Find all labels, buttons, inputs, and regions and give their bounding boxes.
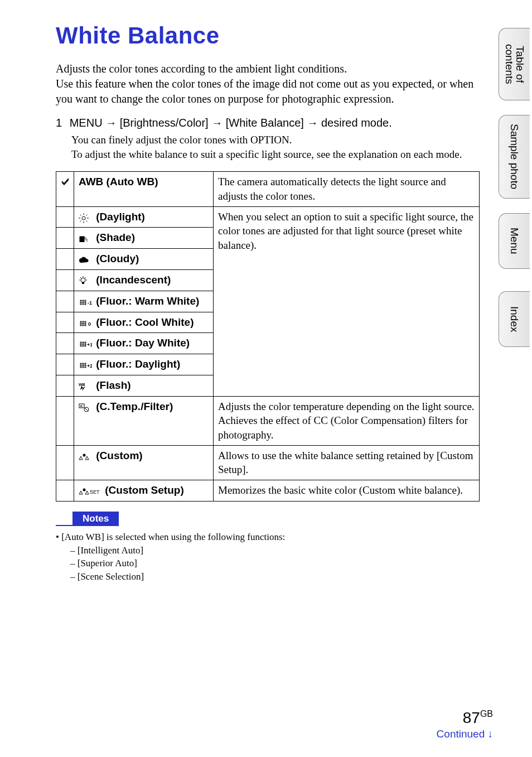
mode-fluor-daylight: +2 (Fluor.: Daylight) (74, 354, 214, 375)
svg-line-6 (86, 220, 88, 221)
check-icon (56, 172, 74, 206)
mode-label: (Incandescent) (96, 274, 171, 286)
svg-marker-54 (79, 491, 83, 494)
check-cell (56, 445, 74, 480)
step-menu: MENU (70, 117, 103, 129)
tab-index[interactable]: Index (499, 291, 530, 347)
check-cell (56, 249, 74, 270)
step-subtext: You can finely adjust the color tones wi… (71, 133, 480, 161)
continued-link[interactable]: Continued ↓ (437, 728, 493, 740)
tab-label: Sample photo (509, 124, 520, 189)
check-cell (56, 354, 74, 375)
mode-custom-setup: SET (Custom Setup) (74, 480, 214, 501)
table-row: (Custom) Allows to use the white balance… (56, 445, 480, 480)
custom-setup-icon: SET (79, 484, 101, 498)
mode-label: (Flash) (96, 379, 130, 391)
desc-ctemp: Adjusts the color temperature depending … (214, 396, 480, 445)
cloud-icon (79, 252, 92, 267)
tab-label: Table of (514, 46, 526, 83)
svg-text:WB: WB (79, 383, 85, 387)
mode-daylight: (Daylight) (74, 206, 214, 228)
mode-ctemp-filter: K (C.Temp./Filter) (74, 396, 214, 445)
desc-custom: Allows to use the white balance setting … (214, 445, 480, 480)
mode-label: (Fluor.: Warm White) (96, 295, 199, 307)
svg-rect-12 (82, 282, 84, 284)
bulb-icon (79, 273, 92, 288)
check-cell (56, 291, 74, 312)
step-path-1: [Brightness/Color] (120, 117, 209, 129)
svg-text:K: K (80, 404, 83, 408)
tab-label: contents (504, 44, 515, 84)
notes-item: [Scene Selection] (70, 570, 480, 584)
table-row: (Daylight) When you select an option to … (56, 206, 480, 228)
check-cell (56, 375, 74, 396)
check-cell (56, 228, 74, 249)
tab-menu[interactable]: Menu (499, 213, 530, 269)
mode-label: (Shade) (96, 232, 135, 243)
svg-marker-56 (85, 491, 89, 494)
step-number: 1 (56, 117, 62, 129)
tab-label: Index (509, 306, 520, 332)
svg-point-55 (83, 489, 86, 491)
svg-marker-53 (85, 456, 89, 460)
mode-label: (Custom) (96, 450, 142, 461)
tab-label: Menu (509, 228, 520, 254)
mode-fluor-warm: -1 (Fluor.: Warm White) (74, 291, 214, 312)
svg-line-7 (80, 220, 81, 221)
svg-text:0: 0 (88, 321, 91, 327)
page-number: 87GB (437, 709, 493, 727)
fluor-icon: -1 (79, 295, 92, 309)
svg-line-8 (86, 214, 88, 215)
fluor-icon: +1 (79, 337, 92, 351)
svg-point-52 (83, 454, 86, 456)
mode-incandescent: (Incandescent) (74, 269, 214, 291)
side-tabs: Table of contents Sample photo Menu Inde… (499, 28, 532, 361)
page-number-value: 87 (463, 709, 480, 726)
notes-lead: [Auto WB] is selected when using the fol… (56, 531, 480, 584)
arrow-icon: → (307, 117, 321, 129)
step-line: 1 MENU → [Brightness/Color] → [White Bal… (56, 117, 480, 129)
mode-label: (Custom Setup) (105, 484, 183, 496)
intro-text: Adjusts the color tones according to the… (56, 61, 480, 107)
tab-sample-photo[interactable]: Sample photo (499, 115, 530, 199)
svg-marker-51 (79, 456, 83, 460)
ctemp-icon: K (79, 400, 92, 414)
mode-label: (Fluor.: Cool White) (96, 316, 194, 328)
notes-lead-text: [Auto WB] is selected when using the fol… (61, 532, 285, 542)
mode-awb: AWB (Auto WB) (74, 172, 214, 206)
svg-text:-1: -1 (88, 300, 92, 306)
arrow-icon: → (211, 117, 226, 129)
wb-table: AWB (Auto WB) The camera automatically d… (56, 171, 480, 501)
sun-icon (79, 210, 92, 225)
notes-section: Notes [Auto WB] is selected when using t… (56, 512, 480, 584)
table-row: K (C.Temp./Filter) Adjusts the color tem… (56, 396, 480, 445)
mode-label: (Daylight) (96, 211, 145, 223)
mode-label: (Cloudy) (96, 253, 139, 264)
mode-label: (Fluor.: Daylight) (96, 358, 180, 370)
mode-shade: (Shade) (74, 228, 214, 249)
custom-icon (79, 449, 92, 464)
svg-text:SET: SET (90, 489, 100, 495)
svg-line-50 (85, 408, 88, 411)
mode-fluor-cool: 0 (Fluor.: Cool White) (74, 312, 214, 333)
svg-point-0 (82, 216, 85, 220)
svg-point-11 (81, 278, 85, 282)
svg-line-16 (80, 277, 81, 278)
tab-table-of-contents[interactable]: Table of contents (499, 28, 530, 100)
mode-label: (Fluor.: Day White) (96, 337, 190, 349)
step-end: desired mode. (321, 117, 392, 129)
desc-preset-group: When you select an option to suit a spec… (214, 206, 480, 396)
fluor-icon: 0 (79, 316, 92, 330)
flash-wb-icon: WB (79, 379, 92, 393)
check-cell (56, 480, 74, 501)
svg-line-9 (84, 238, 88, 242)
page-title: White Balance (56, 22, 480, 49)
desc-awb: The camera automatically detects the lig… (214, 172, 480, 206)
page-footer: 87GB Continued ↓ (437, 709, 493, 740)
notes-item: [Superior Auto] (70, 557, 480, 570)
svg-line-5 (80, 214, 81, 215)
notes-item: [Intelligent Auto] (70, 544, 480, 557)
step-path-2: [White Balance] (226, 117, 304, 129)
svg-text:+2: +2 (87, 363, 92, 369)
arrow-icon: → (105, 117, 120, 129)
